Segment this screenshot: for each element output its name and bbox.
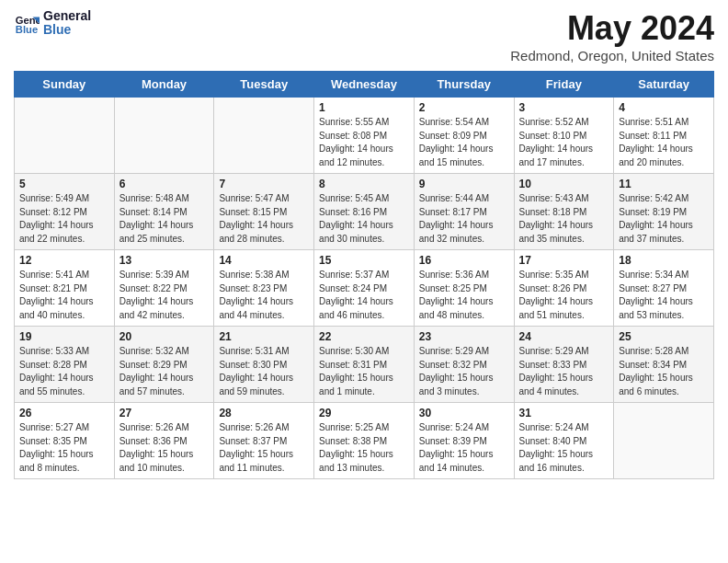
day-detail: Sunrise: 5:47 AM Sunset: 8:15 PM Dayligh… — [219, 192, 309, 246]
calendar-cell: 3Sunrise: 5:52 AM Sunset: 8:10 PM Daylig… — [514, 98, 614, 174]
day-detail: Sunrise: 5:26 AM Sunset: 8:37 PM Dayligh… — [219, 421, 309, 475]
day-detail: Sunrise: 5:29 AM Sunset: 8:32 PM Dayligh… — [419, 345, 509, 398]
day-number: 19 — [19, 330, 109, 343]
day-detail: Sunrise: 5:44 AM Sunset: 8:17 PM Dayligh… — [419, 192, 509, 246]
col-header-tuesday: Tuesday — [214, 72, 314, 98]
calendar-cell: 16Sunrise: 5:36 AM Sunset: 8:25 PM Dayli… — [414, 250, 514, 327]
calendar-cell — [15, 98, 115, 174]
calendar-cell: 2Sunrise: 5:54 AM Sunset: 8:09 PM Daylig… — [414, 98, 514, 174]
day-detail: Sunrise: 5:26 AM Sunset: 8:36 PM Dayligh… — [119, 421, 210, 475]
calendar-cell: 19Sunrise: 5:33 AM Sunset: 8:28 PM Dayli… — [15, 327, 115, 403]
day-number: 6 — [119, 178, 210, 190]
calendar-cell: 20Sunrise: 5:32 AM Sunset: 8:29 PM Dayli… — [114, 327, 214, 403]
calendar-cell: 14Sunrise: 5:38 AM Sunset: 8:23 PM Dayli… — [214, 250, 314, 327]
day-detail: Sunrise: 5:25 AM Sunset: 8:38 PM Dayligh… — [319, 421, 409, 475]
day-detail: Sunrise: 5:45 AM Sunset: 8:16 PM Dayligh… — [319, 192, 409, 246]
day-detail: Sunrise: 5:48 AM Sunset: 8:14 PM Dayligh… — [119, 192, 210, 246]
day-detail: Sunrise: 5:35 AM Sunset: 8:26 PM Dayligh… — [519, 269, 609, 322]
day-number: 20 — [119, 330, 210, 343]
header: General Blue General Blue May 2024 Redmo… — [14, 9, 714, 63]
day-detail: Sunrise: 5:29 AM Sunset: 8:33 PM Dayligh… — [519, 345, 609, 398]
day-number: 17 — [519, 254, 609, 267]
svg-text:Blue: Blue — [16, 25, 38, 36]
calendar-cell: 27Sunrise: 5:26 AM Sunset: 8:36 PM Dayli… — [114, 403, 214, 479]
day-number: 23 — [419, 330, 509, 343]
page-title: May 2024 — [510, 9, 714, 48]
day-detail: Sunrise: 5:24 AM Sunset: 8:39 PM Dayligh… — [419, 421, 509, 475]
day-number: 29 — [319, 407, 409, 419]
day-number: 30 — [419, 407, 509, 419]
day-detail: Sunrise: 5:36 AM Sunset: 8:25 PM Dayligh… — [419, 269, 509, 322]
calendar-cell: 15Sunrise: 5:37 AM Sunset: 8:24 PM Dayli… — [314, 250, 415, 327]
day-detail: Sunrise: 5:31 AM Sunset: 8:30 PM Dayligh… — [219, 345, 309, 398]
day-number: 15 — [319, 254, 409, 267]
day-number: 1 — [319, 101, 409, 114]
col-header-wednesday: Wednesday — [314, 72, 415, 98]
logo-blue: Blue — [43, 23, 91, 37]
day-detail: Sunrise: 5:49 AM Sunset: 8:12 PM Dayligh… — [19, 192, 109, 246]
day-detail: Sunrise: 5:41 AM Sunset: 8:21 PM Dayligh… — [19, 269, 109, 322]
calendar-cell: 13Sunrise: 5:39 AM Sunset: 8:22 PM Dayli… — [114, 250, 214, 327]
day-number: 24 — [519, 330, 609, 343]
calendar-cell: 7Sunrise: 5:47 AM Sunset: 8:15 PM Daylig… — [214, 174, 314, 250]
day-detail: Sunrise: 5:27 AM Sunset: 8:35 PM Dayligh… — [19, 421, 109, 475]
day-number: 5 — [19, 178, 109, 190]
day-detail: Sunrise: 5:51 AM Sunset: 8:11 PM Dayligh… — [619, 116, 709, 169]
day-number: 22 — [319, 330, 409, 343]
calendar-week-row: 19Sunrise: 5:33 AM Sunset: 8:28 PM Dayli… — [15, 327, 714, 403]
col-header-sunday: Sunday — [15, 72, 115, 98]
calendar-cell: 30Sunrise: 5:24 AM Sunset: 8:39 PM Dayli… — [414, 403, 514, 479]
calendar-cell: 24Sunrise: 5:29 AM Sunset: 8:33 PM Dayli… — [514, 327, 614, 403]
day-number: 14 — [219, 254, 309, 267]
day-detail: Sunrise: 5:32 AM Sunset: 8:29 PM Dayligh… — [119, 345, 210, 398]
calendar-cell: 29Sunrise: 5:25 AM Sunset: 8:38 PM Dayli… — [314, 403, 415, 479]
calendar-cell — [214, 98, 314, 174]
calendar-week-row: 5Sunrise: 5:49 AM Sunset: 8:12 PM Daylig… — [15, 174, 714, 250]
calendar-cell: 11Sunrise: 5:42 AM Sunset: 8:19 PM Dayli… — [614, 174, 714, 250]
calendar-week-row: 26Sunrise: 5:27 AM Sunset: 8:35 PM Dayli… — [15, 403, 714, 479]
day-detail: Sunrise: 5:33 AM Sunset: 8:28 PM Dayligh… — [19, 345, 109, 398]
calendar-cell: 21Sunrise: 5:31 AM Sunset: 8:30 PM Dayli… — [214, 327, 314, 403]
col-header-thursday: Thursday — [414, 72, 514, 98]
day-number: 3 — [519, 101, 609, 114]
day-detail: Sunrise: 5:30 AM Sunset: 8:31 PM Dayligh… — [319, 345, 409, 398]
calendar-cell — [114, 98, 214, 174]
calendar-cell: 1Sunrise: 5:55 AM Sunset: 8:08 PM Daylig… — [314, 98, 415, 174]
calendar-cell: 18Sunrise: 5:34 AM Sunset: 8:27 PM Dayli… — [614, 250, 714, 327]
title-area: May 2024 Redmond, Oregon, United States — [510, 9, 714, 63]
day-number: 12 — [19, 254, 109, 267]
day-number: 27 — [119, 407, 210, 419]
calendar-cell: 12Sunrise: 5:41 AM Sunset: 8:21 PM Dayli… — [15, 250, 115, 327]
page-subtitle: Redmond, Oregon, United States — [510, 48, 714, 63]
day-detail: Sunrise: 5:34 AM Sunset: 8:27 PM Dayligh… — [619, 269, 709, 322]
calendar-header-row: SundayMondayTuesdayWednesdayThursdayFrid… — [15, 72, 714, 98]
day-number: 18 — [619, 254, 709, 267]
day-number: 31 — [519, 407, 609, 419]
day-number: 28 — [219, 407, 309, 419]
day-number: 4 — [619, 101, 709, 114]
calendar-cell: 10Sunrise: 5:43 AM Sunset: 8:18 PM Dayli… — [514, 174, 614, 250]
col-header-saturday: Saturday — [614, 72, 714, 98]
day-number: 8 — [319, 178, 409, 190]
calendar-cell: 22Sunrise: 5:30 AM Sunset: 8:31 PM Dayli… — [314, 327, 415, 403]
calendar-week-row: 12Sunrise: 5:41 AM Sunset: 8:21 PM Dayli… — [15, 250, 714, 327]
day-detail: Sunrise: 5:39 AM Sunset: 8:22 PM Dayligh… — [119, 269, 210, 322]
calendar-cell: 26Sunrise: 5:27 AM Sunset: 8:35 PM Dayli… — [15, 403, 115, 479]
calendar-week-row: 1Sunrise: 5:55 AM Sunset: 8:08 PM Daylig… — [15, 98, 714, 174]
day-detail: Sunrise: 5:38 AM Sunset: 8:23 PM Dayligh… — [219, 269, 309, 322]
day-number: 16 — [419, 254, 509, 267]
logo-icon: General Blue — [14, 10, 40, 36]
calendar-cell: 28Sunrise: 5:26 AM Sunset: 8:37 PM Dayli… — [214, 403, 314, 479]
col-header-monday: Monday — [114, 72, 214, 98]
day-detail: Sunrise: 5:54 AM Sunset: 8:09 PM Dayligh… — [419, 116, 509, 169]
calendar-cell: 25Sunrise: 5:28 AM Sunset: 8:34 PM Dayli… — [614, 327, 714, 403]
calendar-cell: 6Sunrise: 5:48 AM Sunset: 8:14 PM Daylig… — [114, 174, 214, 250]
calendar-table: SundayMondayTuesdayWednesdayThursdayFrid… — [14, 71, 714, 479]
day-detail: Sunrise: 5:24 AM Sunset: 8:40 PM Dayligh… — [519, 421, 609, 475]
calendar-cell: 17Sunrise: 5:35 AM Sunset: 8:26 PM Dayli… — [514, 250, 614, 327]
calendar-cell: 5Sunrise: 5:49 AM Sunset: 8:12 PM Daylig… — [15, 174, 115, 250]
logo-general: General — [43, 9, 91, 23]
calendar-cell: 23Sunrise: 5:29 AM Sunset: 8:32 PM Dayli… — [414, 327, 514, 403]
calendar-cell: 4Sunrise: 5:51 AM Sunset: 8:11 PM Daylig… — [614, 98, 714, 174]
day-detail: Sunrise: 5:42 AM Sunset: 8:19 PM Dayligh… — [619, 192, 709, 246]
